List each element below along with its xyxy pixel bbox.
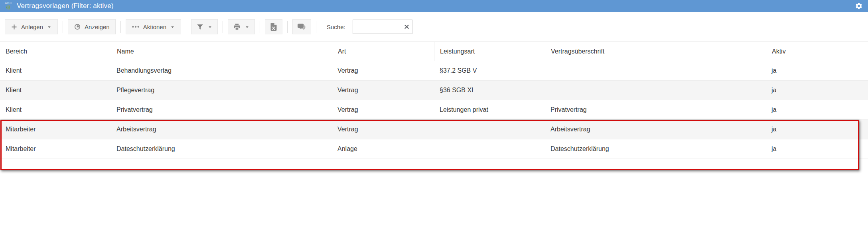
- vertragsvorlagen-window: ABC ⚙ Vertragsvorlagen (Filter: aktive) …: [0, 0, 868, 240]
- cell-vertragsueberschrift: [545, 61, 766, 80]
- aktionen-button[interactable]: Aktionen: [126, 19, 181, 34]
- filter-funnel-icon: [196, 23, 204, 31]
- anlegen-button[interactable]: Anlegen: [5, 19, 58, 34]
- chevron-down-icon: [207, 24, 213, 30]
- column-header-name[interactable]: Name: [111, 42, 332, 61]
- printer-icon: [233, 23, 241, 31]
- cell-leistungsart: §36 SGB XI: [434, 81, 545, 100]
- cell-bereich: Klient: [0, 81, 111, 100]
- cell-vertragsueberschrift: Arbeitsvertrag: [545, 120, 766, 139]
- toolbar-divider: [63, 21, 63, 33]
- cell-name: Dateschutzerklärung: [111, 139, 332, 159]
- cell-bereich: Klient: [0, 61, 111, 80]
- comments-button[interactable]: [292, 19, 311, 34]
- cell-aktiv: ja: [766, 120, 868, 139]
- search-area: Suche:: [327, 20, 412, 34]
- cell-leistungsart: [434, 120, 545, 139]
- cell-leistungsart: Leistungen privat: [434, 100, 545, 119]
- table-header: Bereich Name Art Leistungsart Vertragsüb…: [0, 42, 868, 61]
- search-label: Suche:: [327, 24, 345, 30]
- cell-art: Vertrag: [332, 61, 434, 80]
- toolbar-divider: [287, 21, 288, 33]
- table-row[interactable]: Mitarbeiter Arbeitsvertrag Vertrag Arbei…: [0, 120, 868, 139]
- column-header-aktiv[interactable]: Aktiv: [766, 42, 868, 61]
- toolbar-divider: [120, 21, 121, 33]
- cell-aktiv: ja: [766, 100, 868, 119]
- cell-leistungsart: [434, 139, 545, 159]
- search-box: [353, 20, 412, 34]
- cell-name: Pflegevertrag: [111, 81, 332, 100]
- column-header-vertragsueberschrift[interactable]: Vertragsüberschrift: [545, 42, 766, 61]
- cell-leistungsart: §37.2 SGB V: [434, 61, 545, 80]
- toolbar-divider: [186, 21, 186, 33]
- chat-bubbles-icon: [298, 23, 306, 31]
- chevron-down-icon: [170, 24, 175, 30]
- anzeigen-label: Anzeigen: [85, 24, 110, 30]
- chevron-down-icon: [47, 24, 52, 30]
- table-row[interactable]: Mitarbeiter Dateschutzerklärung Anlage D…: [0, 139, 868, 159]
- cell-name: Behandlungsvertag: [111, 61, 332, 80]
- cell-art: Vertrag: [332, 120, 434, 139]
- cell-art: Vertrag: [332, 100, 434, 119]
- cell-vertragsueberschrift: Privatvertrag: [545, 100, 766, 119]
- cell-vertragsueberschrift: [545, 81, 766, 100]
- filter-button[interactable]: [191, 19, 218, 34]
- table-row[interactable]: Klient Privatvertrag Vertrag Leistungen …: [0, 100, 868, 120]
- app-icon-gear: ⚙: [6, 5, 11, 10]
- excel-file-icon: [270, 23, 277, 31]
- eye-icon: [74, 23, 81, 30]
- cell-art: Vertrag: [332, 81, 434, 100]
- table-row[interactable]: Klient Pflegevertrag Vertrag §36 SGB XI …: [0, 81, 868, 100]
- anlegen-label: Anlegen: [21, 24, 43, 30]
- cell-bereich: Mitarbeiter: [0, 139, 111, 159]
- ellipsis-icon: [132, 24, 140, 29]
- excel-export-button[interactable]: [265, 19, 282, 34]
- clear-search-icon[interactable]: [404, 24, 410, 30]
- settings-gear-icon[interactable]: [854, 2, 863, 10]
- cell-name: Privatvertrag: [111, 100, 332, 119]
- table-row[interactable]: Klient Behandlungsvertag Vertrag §37.2 S…: [0, 61, 868, 81]
- cell-aktiv: ja: [766, 139, 868, 159]
- abc-gear-app-icon: ABC ⚙: [3, 1, 14, 11]
- cell-bereich: Klient: [0, 100, 111, 119]
- column-header-bereich[interactable]: Bereich: [0, 42, 111, 61]
- cell-aktiv: ja: [766, 81, 868, 100]
- title-bar: ABC ⚙ Vertragsvorlagen (Filter: aktive): [0, 0, 868, 12]
- cell-art: Anlage: [332, 139, 434, 159]
- chevron-down-icon: [245, 24, 250, 30]
- column-header-leistungsart[interactable]: Leistungsart: [434, 42, 545, 61]
- cell-name: Arbeitsvertrag: [111, 120, 332, 139]
- cell-aktiv: ja: [766, 61, 868, 80]
- anzeigen-button[interactable]: Anzeigen: [68, 19, 116, 34]
- toolbar: Anlegen Anzeigen Aktionen: [0, 12, 868, 42]
- toolbar-divider: [260, 21, 260, 33]
- print-button[interactable]: [228, 19, 255, 34]
- toolbar-divider: [316, 21, 316, 33]
- aktionen-label: Aktionen: [143, 24, 166, 30]
- page-title: Vertragsvorlagen (Filter: aktive): [17, 2, 114, 10]
- cell-bereich: Mitarbeiter: [0, 120, 111, 139]
- cell-vertragsueberschrift: Dateschutzerklärung: [545, 139, 766, 159]
- column-header-art[interactable]: Art: [332, 42, 434, 61]
- plus-icon: [11, 24, 18, 30]
- toolbar-divider: [223, 21, 223, 33]
